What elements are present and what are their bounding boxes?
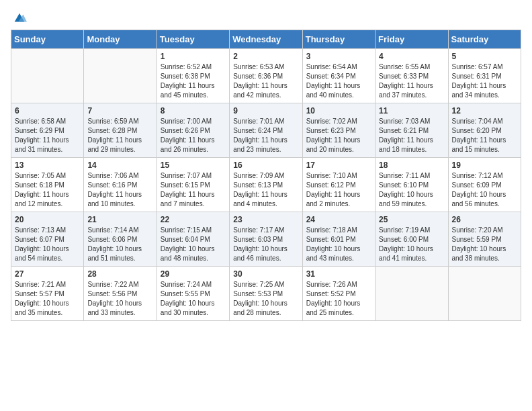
calendar-header-cell: Tuesday [157, 30, 229, 49]
calendar-day-cell: 16Sunrise: 7:09 AM Sunset: 6:13 PM Dayli… [230, 158, 302, 212]
calendar-day-cell: 12Sunrise: 7:04 AM Sunset: 6:20 PM Dayli… [448, 103, 521, 158]
calendar-day-cell [11, 49, 84, 103]
day-number: 16 [233, 161, 298, 170]
calendar-week-row: 27Sunrise: 7:21 AM Sunset: 5:57 PM Dayli… [11, 267, 521, 321]
day-number: 13 [15, 161, 80, 170]
day-number: 30 [233, 269, 298, 279]
calendar-day-cell: 21Sunrise: 7:14 AM Sunset: 6:06 PM Dayli… [84, 212, 157, 267]
day-info: Sunrise: 6:53 AM Sunset: 6:36 PM Dayligh… [233, 62, 298, 100]
day-number: 10 [306, 106, 371, 116]
calendar-header-cell: Thursday [302, 30, 375, 49]
day-number: 1 [161, 52, 226, 61]
calendar-day-cell [448, 267, 521, 321]
day-info: Sunrise: 7:01 AM Sunset: 6:24 PM Dayligh… [233, 117, 298, 154]
calendar-day-cell [375, 267, 448, 321]
calendar-day-cell: 24Sunrise: 7:18 AM Sunset: 6:01 PM Dayli… [302, 212, 375, 267]
day-info: Sunrise: 7:09 AM Sunset: 6:13 PM Dayligh… [233, 171, 298, 209]
day-number: 3 [306, 52, 371, 61]
day-info: Sunrise: 7:02 AM Sunset: 6:23 PM Dayligh… [306, 117, 371, 154]
day-number: 21 [87, 215, 152, 224]
day-number: 7 [87, 106, 152, 116]
day-info: Sunrise: 7:11 AM Sunset: 6:10 PM Dayligh… [379, 171, 444, 209]
day-number: 31 [306, 269, 371, 279]
calendar-week-row: 20Sunrise: 7:13 AM Sunset: 6:07 PM Dayli… [11, 212, 521, 267]
calendar-header-cell: Wednesday [230, 30, 302, 49]
calendar-day-cell: 3Sunrise: 6:54 AM Sunset: 6:34 PM Daylig… [302, 49, 375, 103]
day-info: Sunrise: 7:07 AM Sunset: 6:15 PM Dayligh… [161, 171, 226, 209]
calendar-header-cell: Friday [375, 30, 448, 49]
calendar-day-cell [84, 49, 157, 103]
calendar-week-row: 13Sunrise: 7:05 AM Sunset: 6:18 PM Dayli… [11, 158, 521, 212]
day-number: 12 [452, 106, 517, 116]
calendar-day-cell: 17Sunrise: 7:10 AM Sunset: 6:12 PM Dayli… [302, 158, 375, 212]
day-info: Sunrise: 7:05 AM Sunset: 6:18 PM Dayligh… [15, 171, 80, 209]
day-info: Sunrise: 7:24 AM Sunset: 5:55 PM Dayligh… [161, 280, 226, 318]
calendar-header-cell: Monday [84, 30, 157, 49]
day-info: Sunrise: 7:12 AM Sunset: 6:09 PM Dayligh… [452, 171, 517, 209]
day-number: 8 [161, 106, 226, 116]
day-info: Sunrise: 7:25 AM Sunset: 5:53 PM Dayligh… [233, 280, 298, 318]
calendar-day-cell: 25Sunrise: 7:19 AM Sunset: 6:00 PM Dayli… [375, 212, 448, 267]
calendar-header-cell: Sunday [11, 30, 84, 49]
calendar-day-cell: 18Sunrise: 7:11 AM Sunset: 6:10 PM Dayli… [375, 158, 448, 212]
day-number: 4 [379, 52, 444, 61]
calendar-day-cell: 9Sunrise: 7:01 AM Sunset: 6:24 PM Daylig… [230, 103, 302, 158]
day-info: Sunrise: 7:00 AM Sunset: 6:26 PM Dayligh… [161, 117, 226, 154]
day-info: Sunrise: 7:17 AM Sunset: 6:03 PM Dayligh… [233, 226, 298, 263]
day-info: Sunrise: 7:26 AM Sunset: 5:52 PM Dayligh… [306, 280, 371, 318]
day-info: Sunrise: 6:55 AM Sunset: 6:33 PM Dayligh… [379, 62, 444, 100]
day-number: 5 [452, 52, 517, 61]
day-info: Sunrise: 7:22 AM Sunset: 5:56 PM Dayligh… [87, 280, 152, 318]
calendar-day-cell: 11Sunrise: 7:03 AM Sunset: 6:21 PM Dayli… [375, 103, 448, 158]
calendar-day-cell: 15Sunrise: 7:07 AM Sunset: 6:15 PM Dayli… [157, 158, 229, 212]
calendar-day-cell: 1Sunrise: 6:52 AM Sunset: 6:38 PM Daylig… [157, 49, 229, 103]
calendar-week-row: 6Sunrise: 6:58 AM Sunset: 6:29 PM Daylig… [11, 103, 521, 158]
day-number: 14 [87, 161, 152, 170]
calendar-day-cell: 23Sunrise: 7:17 AM Sunset: 6:03 PM Dayli… [230, 212, 302, 267]
calendar-day-cell: 22Sunrise: 7:15 AM Sunset: 6:04 PM Dayli… [157, 212, 229, 267]
day-info: Sunrise: 6:58 AM Sunset: 6:29 PM Dayligh… [15, 117, 80, 154]
calendar-day-cell: 31Sunrise: 7:26 AM Sunset: 5:52 PM Dayli… [302, 267, 375, 321]
day-number: 20 [15, 215, 80, 224]
day-number: 22 [161, 215, 226, 224]
day-info: Sunrise: 7:14 AM Sunset: 6:06 PM Dayligh… [87, 226, 152, 263]
day-info: Sunrise: 6:54 AM Sunset: 6:34 PM Dayligh… [306, 62, 371, 100]
day-info: Sunrise: 7:03 AM Sunset: 6:21 PM Dayligh… [379, 117, 444, 154]
calendar-day-cell: 27Sunrise: 7:21 AM Sunset: 5:57 PM Dayli… [11, 267, 84, 321]
logo [11, 11, 27, 23]
calendar-day-cell: 5Sunrise: 6:57 AM Sunset: 6:31 PM Daylig… [448, 49, 521, 103]
calendar-table: SundayMondayTuesdayWednesdayThursdayFrid… [11, 30, 521, 321]
calendar-day-cell: 2Sunrise: 6:53 AM Sunset: 6:36 PM Daylig… [230, 49, 302, 103]
day-info: Sunrise: 7:21 AM Sunset: 5:57 PM Dayligh… [15, 280, 80, 318]
day-info: Sunrise: 7:15 AM Sunset: 6:04 PM Dayligh… [161, 226, 226, 263]
day-number: 6 [15, 106, 80, 116]
calendar-day-cell: 30Sunrise: 7:25 AM Sunset: 5:53 PM Dayli… [230, 267, 302, 321]
day-info: Sunrise: 7:13 AM Sunset: 6:07 PM Dayligh… [15, 226, 80, 263]
day-number: 11 [379, 106, 444, 116]
day-number: 19 [452, 161, 517, 170]
day-info: Sunrise: 7:06 AM Sunset: 6:16 PM Dayligh… [87, 171, 152, 209]
calendar-day-cell: 26Sunrise: 7:20 AM Sunset: 5:59 PM Dayli… [448, 212, 521, 267]
calendar-day-cell: 28Sunrise: 7:22 AM Sunset: 5:56 PM Dayli… [84, 267, 157, 321]
day-number: 17 [306, 161, 371, 170]
calendar-day-cell: 4Sunrise: 6:55 AM Sunset: 6:33 PM Daylig… [375, 49, 448, 103]
day-number: 25 [379, 215, 444, 224]
day-info: Sunrise: 6:57 AM Sunset: 6:31 PM Dayligh… [452, 62, 517, 100]
calendar-day-cell: 7Sunrise: 6:59 AM Sunset: 6:28 PM Daylig… [84, 103, 157, 158]
day-info: Sunrise: 7:10 AM Sunset: 6:12 PM Dayligh… [306, 171, 371, 209]
day-info: Sunrise: 6:52 AM Sunset: 6:38 PM Dayligh… [161, 62, 226, 100]
calendar-day-cell: 13Sunrise: 7:05 AM Sunset: 6:18 PM Dayli… [11, 158, 84, 212]
day-number: 15 [161, 161, 226, 170]
calendar-day-cell: 6Sunrise: 6:58 AM Sunset: 6:29 PM Daylig… [11, 103, 84, 158]
day-info: Sunrise: 7:20 AM Sunset: 5:59 PM Dayligh… [452, 226, 517, 263]
calendar-day-cell: 14Sunrise: 7:06 AM Sunset: 6:16 PM Dayli… [84, 158, 157, 212]
calendar-week-row: 1Sunrise: 6:52 AM Sunset: 6:38 PM Daylig… [11, 49, 521, 103]
day-number: 26 [452, 215, 517, 224]
day-number: 28 [87, 269, 152, 279]
day-info: Sunrise: 7:04 AM Sunset: 6:20 PM Dayligh… [452, 117, 517, 154]
calendar-header-cell: Saturday [448, 30, 521, 49]
calendar-day-cell: 29Sunrise: 7:24 AM Sunset: 5:55 PM Dayli… [157, 267, 229, 321]
day-info: Sunrise: 7:18 AM Sunset: 6:01 PM Dayligh… [306, 226, 371, 263]
calendar-header-row: SundayMondayTuesdayWednesdayThursdayFrid… [11, 30, 521, 49]
calendar-day-cell: 8Sunrise: 7:00 AM Sunset: 6:26 PM Daylig… [157, 103, 229, 158]
